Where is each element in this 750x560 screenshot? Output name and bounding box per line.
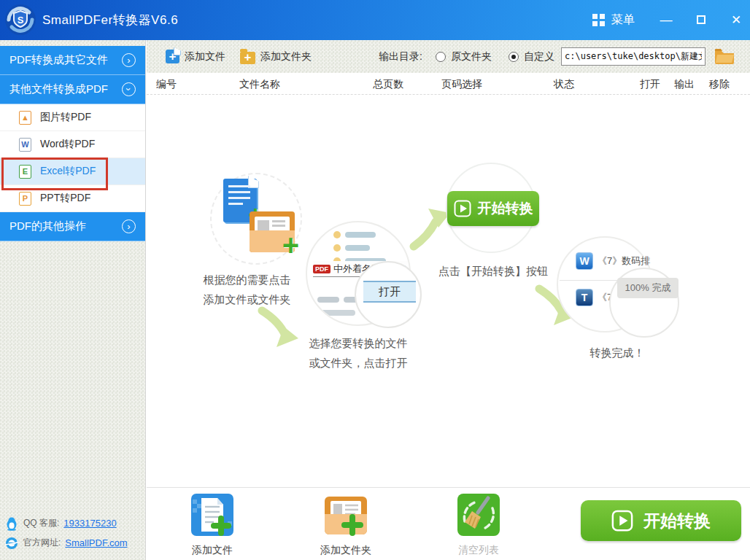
- col-status: 状态: [554, 73, 574, 95]
- window-controls: — ✕: [660, 0, 743, 40]
- menu-grid-icon: [592, 14, 605, 26]
- sidebar-group-label: PDF转换成其它文件: [9, 53, 108, 67]
- sidebar-item-label: Excel转PDF: [40, 165, 96, 178]
- clear-list-button[interactable]: 清空列表: [435, 492, 522, 557]
- browser-icon: [4, 536, 19, 551]
- play-icon: [454, 200, 471, 217]
- website-link[interactable]: SmallPDF.com: [65, 537, 127, 548]
- browse-folder-button[interactable]: [714, 48, 735, 64]
- sidebar-item-label: 图片转PDF: [40, 111, 91, 124]
- col-total-pages: 总页数: [373, 73, 403, 95]
- sidebar-item-image-to-pdf[interactable]: ▲ 图片转PDF: [0, 104, 145, 131]
- sidebar-item-ppt-to-pdf[interactable]: P PPT转PDF: [0, 185, 145, 212]
- add-folder-big-icon: [323, 492, 368, 537]
- qq-number-link[interactable]: 1933175230: [63, 518, 116, 529]
- pdf-badge-icon: PDF: [313, 265, 330, 273]
- svg-text:S: S: [18, 15, 24, 26]
- add-folder-label: 添加文件夹: [260, 50, 312, 63]
- sidebar-item-excel-to-pdf[interactable]: E Excel转PDF: [0, 158, 145, 185]
- sidebar-group-pdf-to-other[interactable]: PDF转换成其它文件 ›: [0, 46, 145, 75]
- contact-info: QQ 客服: 1933175230 官方网址: SmallPDF.com: [4, 513, 128, 553]
- progress-complete-bubble: 100% 完成: [617, 278, 679, 298]
- radio-original-label: 原文件夹: [451, 50, 492, 63]
- app-window: S SmallPDFer转换器V6.6 菜单 — ✕ PDF转换成其它文件 › …: [0, 0, 750, 560]
- folder-illustration-icon: +: [250, 211, 295, 252]
- arrow-up-right-icon: [408, 204, 452, 251]
- add-file-toolbar-button[interactable]: 添加文件: [166, 40, 225, 73]
- tutorial-step1-caption: 根据您的需要点击 添加文件或文件夹: [176, 270, 318, 309]
- sidebar-item-label: PPT转PDF: [40, 192, 90, 205]
- sidebar-item-label: Word转PDF: [40, 138, 95, 151]
- word-app-icon: W: [576, 252, 593, 270]
- tutorial-step2-caption: 选择您要转换的文件 或文件夹，点击打开: [278, 333, 438, 373]
- word-file-icon: W: [19, 138, 31, 152]
- chevron-down-circle-icon: ›: [122, 82, 136, 96]
- output-dir-label: 输出目录:: [379, 40, 422, 73]
- col-open: 打开: [640, 73, 660, 95]
- minimize-button[interactable]: —: [660, 14, 673, 26]
- top-toolbar: 添加文件 添加文件夹 输出目录: 原文件夹 自定义: [147, 40, 750, 73]
- col-output: 输出: [674, 73, 695, 95]
- sidebar: PDF转换成其它文件 › 其他文件转换成PDF › ▲ 图片转PDF W Wor…: [0, 40, 146, 560]
- image-file-icon: ▲: [19, 111, 31, 125]
- titlebar: S SmallPDFer转换器V6.6 菜单 — ✕: [0, 0, 750, 40]
- close-button[interactable]: ✕: [730, 14, 743, 26]
- start-convert-button[interactable]: 开始转换: [581, 500, 741, 541]
- file-list-empty-tutorial: + + 根据您的需要点击 添加文件或文件夹: [147, 95, 750, 487]
- qq-support-row: QQ 客服: 1933175230: [4, 513, 128, 533]
- add-file-icon: [166, 50, 179, 63]
- clear-list-broom-icon: [456, 492, 501, 537]
- app-title: SmallPDFer转换器V6.6: [42, 0, 178, 40]
- app-logo-icon: S: [4, 4, 36, 36]
- col-page-select: 页码选择: [441, 73, 482, 95]
- open-button-illustration: 打开: [363, 281, 416, 303]
- qq-label: QQ 客服:: [23, 517, 59, 529]
- add-folder-toolbar-button[interactable]: 添加文件夹: [240, 40, 312, 73]
- website-label: 官方网址:: [23, 537, 61, 549]
- add-file-label: 添加文件: [185, 50, 225, 63]
- chevron-right-circle-icon: ›: [122, 53, 136, 67]
- radio-custom-folder[interactable]: 自定义: [509, 40, 554, 73]
- sidebar-submenu: ▲ 图片转PDF W Word转PDF E Excel转PDF P PPT转PD…: [0, 104, 145, 212]
- radio-original-folder[interactable]: 原文件夹: [436, 40, 492, 73]
- sidebar-item-word-to-pdf[interactable]: W Word转PDF: [0, 131, 145, 158]
- add-file-big-icon: [190, 492, 235, 537]
- main-panel: 添加文件 添加文件夹 输出目录: 原文件夹 自定义: [147, 40, 750, 560]
- add-folder-big-button[interactable]: 添加文件夹: [302, 492, 390, 557]
- radio-custom-label: 自定义: [524, 50, 554, 63]
- play-icon: [611, 510, 633, 532]
- sidebar-group-label: PDF的其他操作: [9, 219, 86, 233]
- txt-app-icon: T: [576, 289, 593, 306]
- col-number: 编号: [156, 73, 177, 95]
- chevron-right-circle-icon: ›: [122, 219, 136, 233]
- file-table-header: 编号 文件名称 总页数 页码选择 状态 打开 输出 移除: [147, 73, 750, 95]
- sidebar-group-pdf-other-ops[interactable]: PDF的其他操作 ›: [0, 212, 145, 241]
- excel-file-icon: E: [19, 165, 31, 179]
- menu-label: 菜单: [611, 12, 635, 28]
- start-convert-illustration: 开始转换: [447, 191, 539, 226]
- output-path-input[interactable]: [561, 47, 705, 66]
- col-filename: 文件名称: [239, 73, 280, 95]
- ppt-file-icon: P: [19, 192, 31, 206]
- menu-button[interactable]: 菜单: [592, 0, 635, 40]
- radio-checked-icon[interactable]: [509, 52, 519, 62]
- add-file-big-button[interactable]: 添加文件: [169, 492, 256, 557]
- maximize-button[interactable]: [695, 14, 708, 26]
- bottom-action-bar: 添加文件 添加文件夹: [147, 487, 750, 560]
- website-row: 官方网址: SmallPDF.com: [4, 533, 128, 553]
- qq-icon: [4, 516, 19, 531]
- add-folder-icon: [240, 52, 255, 64]
- tutorial-step3-caption: 点击【开始转换】按钮: [428, 261, 559, 281]
- col-remove: 移除: [709, 73, 730, 95]
- sidebar-group-label: 其他文件转换成PDF: [9, 82, 108, 96]
- tutorial-step4-caption: 转换完成！: [555, 343, 679, 362]
- radio-unchecked-icon[interactable]: [436, 52, 446, 62]
- sidebar-group-other-to-pdf[interactable]: 其他文件转换成PDF ›: [0, 75, 145, 104]
